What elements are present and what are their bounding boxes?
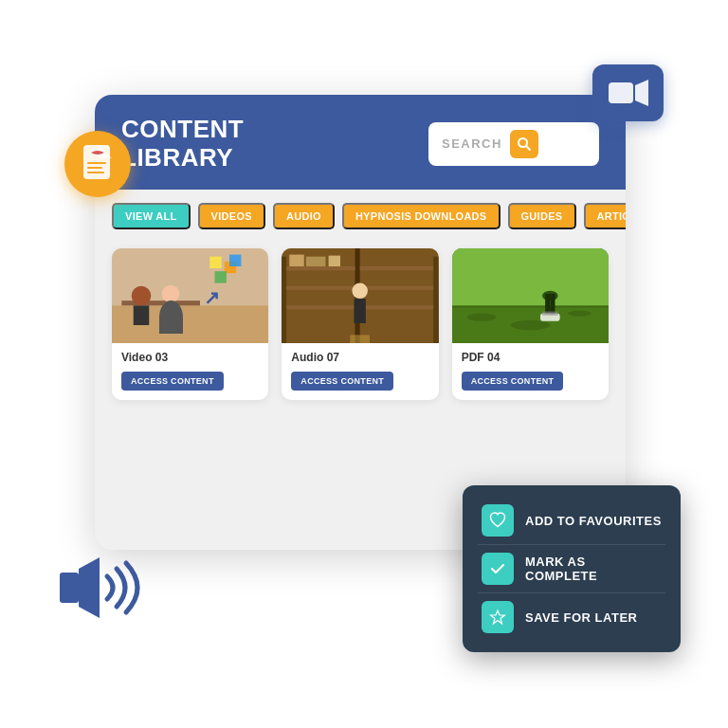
card-image-audio bbox=[282, 248, 438, 343]
search-box[interactable]: SEARCH bbox=[428, 122, 599, 166]
filter-guides[interactable]: GUIDES bbox=[508, 203, 576, 229]
popup-mark-complete[interactable]: MARK AS COMPLETE bbox=[478, 545, 665, 593]
svg-point-40 bbox=[353, 282, 369, 299]
card-image-pdf bbox=[452, 248, 609, 343]
svg-rect-33 bbox=[286, 305, 355, 309]
main-card: CONTENT LIBRARY SEARCH VIEW ALL VIDEOS A… bbox=[95, 95, 626, 550]
card-header: CONTENT LIBRARY SEARCH bbox=[95, 95, 626, 190]
card-image-video bbox=[112, 248, 268, 343]
search-button[interactable] bbox=[510, 130, 538, 158]
svg-rect-31 bbox=[286, 266, 355, 270]
svg-marker-5 bbox=[635, 80, 648, 106]
svg-rect-21 bbox=[214, 271, 226, 282]
svg-rect-22 bbox=[229, 254, 241, 265]
filter-audio[interactable]: AUDIO bbox=[273, 203, 335, 229]
svg-point-52 bbox=[568, 310, 592, 316]
svg-marker-61 bbox=[79, 557, 100, 618]
svg-rect-30 bbox=[433, 256, 438, 342]
float-audio-icon bbox=[52, 550, 156, 626]
svg-rect-32 bbox=[286, 285, 355, 289]
svg-rect-34 bbox=[360, 266, 433, 270]
filter-videos[interactable]: VIDEOS bbox=[198, 203, 265, 229]
svg-rect-58 bbox=[542, 311, 558, 315]
svg-rect-38 bbox=[306, 256, 326, 265]
svg-rect-28 bbox=[282, 256, 286, 342]
access-btn-audio[interactable]: ACCESS CONTENT bbox=[291, 372, 393, 391]
filter-articles[interactable]: ARTICLES bbox=[584, 203, 627, 229]
svg-rect-55 bbox=[545, 294, 550, 314]
svg-point-17 bbox=[162, 284, 180, 302]
svg-rect-36 bbox=[360, 305, 433, 309]
svg-rect-19 bbox=[209, 256, 221, 267]
svg-rect-53 bbox=[452, 248, 609, 305]
svg-rect-39 bbox=[329, 255, 340, 265]
popup-add-favourites[interactable]: ADD TO FAVOURITES bbox=[478, 497, 665, 545]
svg-rect-42 bbox=[351, 335, 371, 343]
card-body-audio: Audio 07 ACCESS CONTENT bbox=[282, 343, 438, 400]
filter-bar: VIEW ALL VIDEOS AUDIO HYPNOSIS DOWNLOADS… bbox=[95, 190, 626, 239]
content-card-pdf: PDF 04 ACCESS CONTENT bbox=[452, 248, 609, 400]
card-body-pdf: PDF 04 ACCESS CONTENT bbox=[452, 343, 609, 400]
popup-menu: ADD TO FAVOURITES MARK AS COMPLETE SAVE … bbox=[463, 485, 681, 652]
svg-rect-35 bbox=[360, 285, 433, 289]
svg-rect-4 bbox=[609, 82, 633, 103]
popup-complete-label: MARK AS COMPLETE bbox=[525, 555, 662, 583]
star-icon bbox=[482, 601, 514, 633]
check-icon bbox=[482, 553, 514, 585]
svg-rect-41 bbox=[355, 299, 366, 323]
filter-view-all[interactable]: VIEW ALL bbox=[112, 203, 191, 229]
access-btn-pdf[interactable]: ACCESS CONTENT bbox=[462, 372, 564, 391]
svg-rect-60 bbox=[60, 573, 79, 603]
svg-point-51 bbox=[511, 320, 550, 330]
content-grid: Video 03 ACCESS CONTENT bbox=[95, 239, 626, 415]
svg-rect-18 bbox=[164, 302, 177, 320]
popup-favourites-label: ADD TO FAVOURITES bbox=[525, 514, 662, 528]
svg-line-7 bbox=[526, 146, 530, 150]
svg-marker-59 bbox=[491, 610, 505, 624]
card-title-pdf: PDF 04 bbox=[462, 351, 599, 364]
svg-point-15 bbox=[132, 285, 152, 305]
scene: CONTENT LIBRARY SEARCH VIEW ALL VIDEOS A… bbox=[0, 0, 728, 728]
card-title-video: Video 03 bbox=[121, 351, 259, 364]
heart-icon bbox=[482, 504, 514, 537]
float-pdf-icon bbox=[64, 131, 131, 197]
popup-save-later[interactable]: SAVE FOR LATER bbox=[478, 593, 665, 641]
content-card-video: Video 03 ACCESS CONTENT bbox=[112, 248, 268, 400]
svg-rect-37 bbox=[290, 254, 304, 265]
content-card-audio: Audio 07 ACCESS CONTENT bbox=[282, 248, 438, 400]
card-title-audio: Audio 07 bbox=[291, 351, 428, 364]
svg-rect-3 bbox=[87, 172, 104, 173]
card-body-video: Video 03 ACCESS CONTENT bbox=[112, 343, 268, 400]
arrow-indicator: ↗ bbox=[204, 286, 220, 309]
page-title: CONTENT LIBRARY bbox=[121, 116, 244, 173]
filter-hypnosis[interactable]: HYPNOSIS DOWNLOADS bbox=[342, 203, 500, 229]
popup-save-label: SAVE FOR LATER bbox=[525, 610, 637, 625]
access-btn-video[interactable]: ACCESS CONTENT bbox=[121, 372, 224, 391]
svg-point-50 bbox=[466, 313, 496, 320]
svg-rect-1 bbox=[87, 162, 106, 164]
float-video-icon bbox=[592, 64, 664, 121]
search-placeholder: SEARCH bbox=[442, 136, 502, 151]
svg-rect-16 bbox=[134, 305, 150, 325]
svg-rect-2 bbox=[87, 167, 102, 169]
